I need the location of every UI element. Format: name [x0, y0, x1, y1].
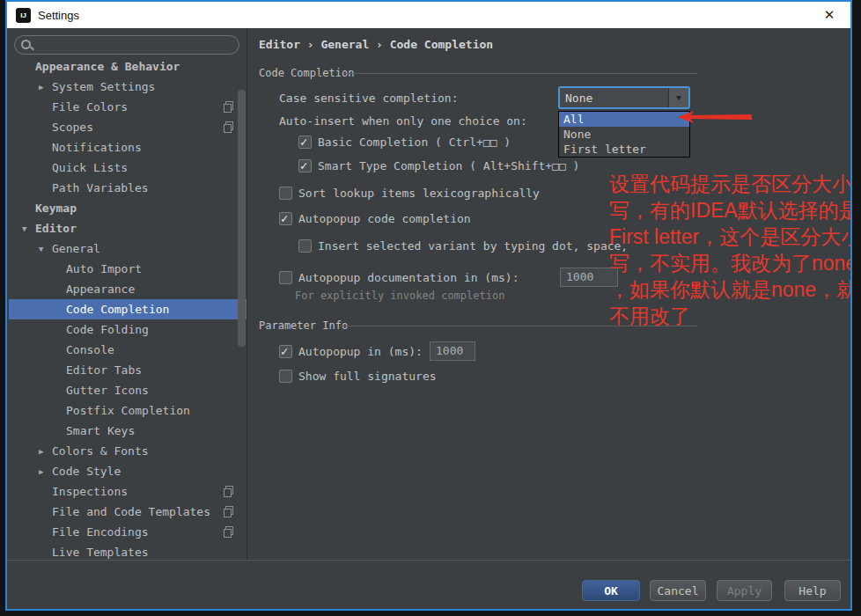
sidebar-item-colors-fonts[interactable]: ▶Colors & Fonts — [9, 441, 247, 461]
sidebar-item-notifications[interactable]: Notifications — [9, 137, 247, 158]
ok-button[interactable]: OK — [582, 580, 640, 601]
red-annotation-line: 设置代码提示是否区分大小 — [609, 171, 852, 197]
sidebar-item-postfix-completion[interactable]: Postfix Completion — [9, 400, 247, 421]
cancel-button[interactable]: Cancel — [650, 580, 706, 601]
help-button[interactable]: Help — [784, 580, 841, 601]
close-icon[interactable]: ✕ — [817, 7, 842, 23]
red-annotation-line: ，如果你默认就是none，就 — [609, 276, 852, 303]
title-bar: IJ Settings ✕ — [7, 2, 850, 28]
sidebar-item-code-folding[interactable]: Code Folding — [9, 319, 247, 340]
basic-completion-row: Basic Completion ( Ctrl+□□ ) — [298, 134, 511, 150]
sidebar-item-code-style[interactable]: ▶Code Style — [9, 461, 247, 481]
shared-settings-icon — [224, 526, 233, 538]
chevron-right-icon[interactable]: ▶ — [39, 467, 52, 476]
section-divider — [340, 326, 697, 326]
chevron-down-icon[interactable]: ▼ — [22, 224, 35, 233]
sidebar-item-appearance[interactable]: Appearance — [9, 279, 247, 299]
autopopup-doc-row: Autopopup documentation in (ms): — [279, 269, 519, 285]
sort-lookup-checkbox[interactable] — [279, 187, 292, 200]
combobox-dropdown-button[interactable]: ▼ — [668, 88, 688, 107]
sidebar-item-editor[interactable]: ▼Editor — [9, 218, 247, 238]
settings-search-box[interactable] — [14, 35, 239, 55]
smart-type-completion-row: Smart Type Completion ( Alt+Shift+□□ ) — [298, 158, 579, 173]
sidebar-item-file-code-templates[interactable]: File and Code Templates — [9, 502, 247, 522]
red-annotation-line: 写，不实用。我改为了none — [609, 250, 852, 276]
sidebar-item-smart-keys[interactable]: Smart Keys — [9, 421, 247, 441]
autopopup-doc-checkbox[interactable] — [279, 271, 292, 284]
red-annotation-line: 写，有的IDEA默认选择的是 — [609, 197, 852, 224]
chevron-down-icon[interactable]: ▼ — [39, 245, 52, 253]
basic-completion-checkbox[interactable] — [298, 136, 312, 149]
autopopup-doc-ms-field[interactable]: 1000 — [560, 268, 618, 287]
sidebar-item-scopes[interactable]: Scopes — [9, 117, 247, 137]
sidebar-item-inspections[interactable]: Inspections — [9, 481, 247, 502]
option-none[interactable]: None — [559, 127, 689, 142]
checkbox-label: Sort lookup items lexicographically — [298, 187, 540, 200]
option-all[interactable]: All — [559, 112, 689, 127]
search-input[interactable] — [33, 38, 239, 53]
red-annotation-line: First letter，这个是区分大小 — [609, 224, 852, 250]
settings-dialog: IJ Settings ✕ Appearance & Behavior ▶Sys… — [5, 0, 852, 611]
footer-divider — [7, 560, 850, 561]
breadcrumb: Editor › General › Code Completion — [259, 38, 493, 51]
shared-settings-icon — [224, 486, 233, 497]
sidebar-item-gutter-icons[interactable]: Gutter Icons — [9, 380, 247, 400]
chevron-right-icon[interactable]: ▶ — [39, 447, 52, 456]
shared-settings-icon — [224, 506, 233, 517]
window-title: Settings — [38, 9, 79, 22]
chevron-down-icon: ▼ — [676, 93, 681, 102]
sidebar-item-appearance-behavior[interactable]: Appearance & Behavior — [9, 56, 247, 77]
insert-selected-variant-checkbox[interactable] — [298, 239, 312, 253]
combobox-value: None — [560, 88, 668, 107]
smart-type-completion-checkbox[interactable] — [298, 159, 312, 172]
section-title-code-completion: Code Completion — [259, 67, 354, 79]
autopopup-ms-row: Autopopup in (ms): — [279, 343, 423, 359]
sidebar-item-code-completion[interactable]: Code Completion — [9, 299, 247, 319]
sidebar-item-keymap[interactable]: Keymap — [9, 198, 247, 218]
apply-button[interactable]: Apply — [717, 580, 772, 601]
insert-selected-variant-row: Insert selected variant by typing dot, s… — [298, 238, 628, 253]
search-icon — [21, 39, 33, 51]
auto-insert-label: Auto-insert when only one choice on: — [279, 114, 527, 128]
settings-tree: Appearance & Behavior ▶System Settings F… — [9, 56, 247, 562]
sidebar-item-system-settings[interactable]: ▶System Settings — [9, 77, 247, 97]
sidebar-item-auto-import[interactable]: Auto Import — [9, 259, 247, 279]
sidebar-item-general[interactable]: ▼General — [9, 238, 247, 259]
case-sensitive-combobox[interactable]: None ▼ — [558, 86, 690, 109]
checkbox-label: Autopopup in (ms): — [298, 345, 423, 358]
sidebar-item-file-encodings[interactable]: File Encodings — [9, 522, 247, 542]
option-first-letter[interactable]: First letter — [559, 142, 689, 157]
sidebar-item-console[interactable]: Console — [9, 340, 247, 360]
autopopup-code-checkbox[interactable] — [279, 212, 292, 225]
autopopup-ms-checkbox[interactable] — [279, 345, 292, 358]
autopopup-ms-field[interactable]: 1000 — [430, 341, 475, 361]
sidebar-item-editor-tabs[interactable]: Editor Tabs — [9, 360, 247, 380]
section-divider — [343, 73, 697, 74]
checkbox-label: Insert selected variant by typing dot, s… — [318, 239, 628, 253]
combobox-popup-list: All None First letter — [558, 111, 690, 158]
sidebar-item-file-colors[interactable]: File Colors — [9, 97, 247, 117]
autopopup-code-row: Autopopup code completion — [279, 210, 471, 226]
sidebar-divider — [247, 28, 247, 560]
sort-lookup-row: Sort lookup items lexicographically — [279, 185, 540, 201]
intellij-logo-icon: IJ — [16, 8, 31, 23]
autopopup-doc-hint: For explicitly invoked completion — [295, 290, 504, 302]
sidebar-item-path-variables[interactable]: Path Variables — [9, 178, 247, 198]
show-full-signatures-row: Show full signatures — [279, 368, 437, 384]
checkbox-label: Show full signatures — [298, 370, 437, 383]
show-full-signatures-checkbox[interactable] — [279, 370, 292, 383]
checkbox-label: Autopopup code completion — [298, 212, 471, 225]
checkbox-label: Basic Completion ( Ctrl+□□ ) — [318, 136, 511, 149]
case-sensitive-label: Case sensitive completion: — [279, 92, 459, 105]
sidebar-scrollbar[interactable] — [238, 90, 246, 347]
shared-settings-icon — [224, 121, 233, 133]
red-annotation-text: 设置代码提示是否区分大小写，有的IDEA默认选择的是First letter，这… — [609, 171, 852, 329]
checkbox-label: Autopopup documentation in (ms): — [298, 271, 519, 284]
shared-settings-icon — [224, 101, 233, 113]
checkbox-label: Smart Type Completion ( Alt+Shift+□□ ) — [318, 159, 579, 172]
chevron-right-icon[interactable]: ▶ — [39, 83, 52, 92]
sidebar-item-quick-lists[interactable]: Quick Lists — [9, 158, 247, 178]
section-title-parameter-info: Parameter Info — [259, 319, 348, 332]
